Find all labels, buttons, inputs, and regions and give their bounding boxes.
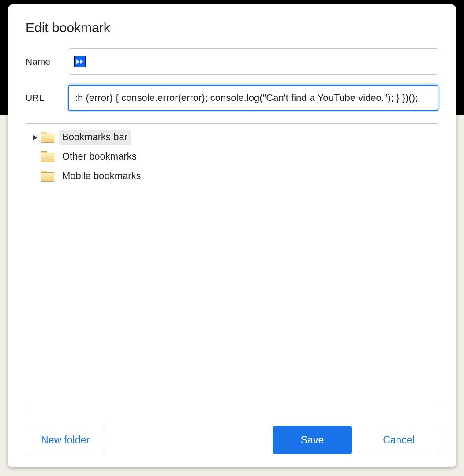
svg-marker-1 (80, 59, 83, 64)
new-folder-button[interactable]: New folder (26, 426, 105, 454)
name-row: Name (26, 48, 438, 75)
url-label: URL (26, 93, 68, 103)
dialog-button-row: New folder Save Cancel (26, 426, 438, 454)
name-input[interactable] (68, 48, 438, 75)
chevron-right-icon[interactable]: ▶ (31, 134, 39, 141)
folder-other-bookmarks[interactable]: Other bookmarks (28, 147, 436, 166)
folder-icon (41, 151, 54, 162)
folder-label: Bookmarks bar (59, 130, 131, 145)
url-row: URL (26, 85, 438, 111)
folder-icon (41, 171, 54, 181)
folder-label: Mobile bookmarks (59, 168, 145, 183)
url-input[interactable] (68, 85, 438, 111)
folder-bookmarks-bar[interactable]: ▶ Bookmarks bar (28, 127, 436, 147)
folder-mobile-bookmarks[interactable]: Mobile bookmarks (28, 166, 436, 186)
svg-marker-0 (76, 59, 79, 64)
folder-tree[interactable]: ▶ Bookmarks bar Other bookmarks Mobile b… (26, 123, 438, 408)
cancel-button[interactable]: Cancel (359, 426, 438, 454)
folder-label: Other bookmarks (59, 149, 140, 164)
edit-bookmark-dialog: Edit bookmark Name URL ▶ Bookmarks bar O… (8, 4, 456, 467)
fast-forward-icon (74, 56, 86, 67)
save-button[interactable]: Save (273, 426, 352, 454)
dialog-title: Edit bookmark (26, 20, 438, 35)
name-label: Name (26, 56, 68, 67)
folder-icon (41, 132, 54, 142)
